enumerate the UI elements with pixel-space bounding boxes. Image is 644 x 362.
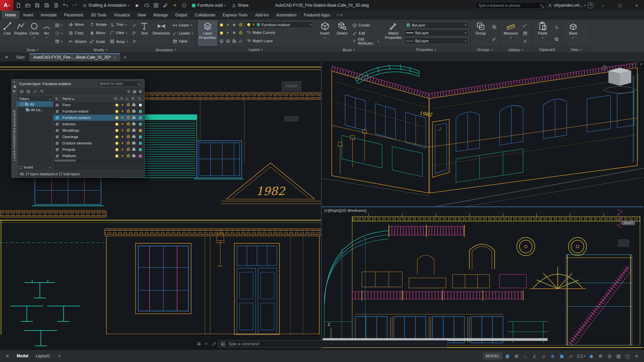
- doc-minimize-icon[interactable]: –: [631, 62, 633, 66]
- measure-button[interactable]: Measure▾: [501, 20, 520, 46]
- lock-icon[interactable]: [127, 136, 130, 138]
- plot-icon[interactable]: [132, 148, 136, 151]
- panel-label-view[interactable]: View▾: [562, 47, 590, 52]
- undo-icon[interactable]: [61, 1, 70, 9]
- layer-row[interactable]: Floor ☀: [53, 102, 144, 108]
- layer-row-selected[interactable]: ✓ Furniture-outdoor ☀: [53, 115, 144, 121]
- search-icon[interactable]: [540, 4, 543, 7]
- command-grid-icon[interactable]: ⊞: [196, 342, 202, 346]
- layer-freeze-icon[interactable]: ✻: [231, 22, 237, 28]
- layer-row[interactable]: Pergola ☀: [53, 146, 144, 153]
- annotation-visibility-button[interactable]: ◉: [587, 352, 595, 360]
- panel-label-block[interactable]: Block▾: [315, 47, 382, 52]
- bulb-icon[interactable]: [115, 110, 118, 113]
- grid-display-button[interactable]: ▦: [503, 352, 512, 360]
- sheet-set-icon[interactable]: [152, 1, 160, 9]
- linear-dimension-button[interactable]: Linear▾: [171, 21, 195, 29]
- color-swatch[interactable]: [139, 104, 142, 107]
- plot-icon[interactable]: [132, 142, 136, 144]
- annotation-scale-button[interactable]: 1:1▾: [576, 352, 586, 360]
- array-button[interactable]: Array▾: [109, 38, 129, 46]
- customization-button[interactable]: ≡: [633, 352, 641, 360]
- play-icon[interactable]: ▶: [133, 1, 142, 9]
- rectangle-flyout-icon[interactable]: ▾: [54, 21, 64, 29]
- leader-button[interactable]: Leader▾: [171, 29, 195, 37]
- tab-featured-apps[interactable]: Featured Apps: [300, 11, 334, 19]
- circle-button[interactable]: Circle▾: [29, 20, 40, 46]
- layer-unlock-icon[interactable]: [237, 30, 244, 36]
- refresh-icon[interactable]: ↻: [127, 89, 130, 94]
- layer-unisolate-icon[interactable]: ☀: [225, 30, 231, 36]
- group-edit-icon[interactable]: [491, 35, 498, 43]
- plot-icon[interactable]: [132, 104, 136, 106]
- bulb-icon[interactable]: [115, 142, 118, 145]
- application-menu-button[interactable]: A▾: [0, 0, 13, 11]
- fillet-button[interactable]: Fillet▾: [109, 29, 129, 37]
- linetype-dropdown[interactable]: ByLayer ▾: [404, 29, 468, 36]
- palette-properties-icon[interactable]: ⚙: [13, 89, 15, 93]
- color-swatch[interactable]: [139, 135, 142, 138]
- tab-annotate[interactable]: Annotate: [37, 11, 60, 19]
- object-snap-button[interactable]: ▣: [558, 352, 566, 360]
- layer-row[interactable]: Interiors ☀: [53, 121, 144, 127]
- plot-icon[interactable]: [132, 155, 136, 157]
- open-icon[interactable]: [23, 1, 32, 9]
- tab-home[interactable]: Home: [1, 11, 19, 19]
- transparency-button[interactable]: ▱: [567, 352, 575, 360]
- settings-icon[interactable]: ⚙: [139, 89, 142, 94]
- layer-row[interactable]: Openings ☀: [53, 134, 144, 140]
- lineweight-dropdown[interactable]: ByLayer ▾: [404, 38, 468, 44]
- ungroup-icon[interactable]: [491, 23, 498, 31]
- polyline-button[interactable]: Polyline: [14, 20, 27, 46]
- quick-select-icon[interactable]: [522, 21, 529, 29]
- layer-off-icon[interactable]: [218, 22, 224, 28]
- tab-3d-tools[interactable]: 3D Tools: [87, 11, 110, 19]
- insert-block-button[interactable]: Insert▾: [317, 20, 333, 46]
- rotate-button[interactable]: Rotate: [89, 20, 108, 28]
- cut-icon[interactable]: [553, 23, 560, 31]
- layer-vpfreeze-icon[interactable]: [225, 38, 231, 44]
- horizontal-scrollbar[interactable]: [53, 159, 144, 162]
- copy-clip-icon[interactable]: [553, 35, 560, 43]
- color-swatch[interactable]: [139, 148, 142, 151]
- make-current-button[interactable]: Make Current: [245, 28, 313, 37]
- viewport-label[interactable]: [+][Right][2D Wireframe]: [324, 208, 366, 213]
- color-swatch[interactable]: [139, 123, 142, 126]
- text-button[interactable]: Text: [137, 20, 151, 46]
- tab-output[interactable]: Output: [172, 11, 191, 19]
- delete-layer-icon[interactable]: [33, 89, 37, 94]
- ellipse-flyout-icon[interactable]: ▾: [54, 29, 64, 37]
- sun-icon[interactable]: ☀: [121, 129, 124, 132]
- tab-start[interactable]: Start: [12, 53, 29, 61]
- search-input[interactable]: Type a keyword or phrase: [475, 2, 546, 9]
- collapse-icon[interactable]: «: [49, 165, 51, 169]
- sun-icon[interactable]: ☀: [121, 141, 124, 145]
- paste-button[interactable]: Paste▾: [534, 20, 552, 46]
- clean-screen-button[interactable]: ▢: [624, 352, 632, 360]
- layout1-tab[interactable]: Layout1: [34, 353, 52, 359]
- bulb-icon[interactable]: [115, 123, 118, 126]
- base-button[interactable]: Base▾: [564, 20, 583, 46]
- visual-style-icon[interactable]: [180, 1, 189, 9]
- command-close-icon[interactable]: ×: [204, 342, 209, 346]
- lock-icon[interactable]: [127, 142, 130, 144]
- file-tabs-menu-icon[interactable]: ≡: [1, 53, 11, 61]
- line-button[interactable]: Line: [2, 20, 13, 46]
- stretch-button[interactable]: Stretch: [67, 38, 88, 46]
- new-layout-icon[interactable]: +: [55, 352, 63, 360]
- plot-icon[interactable]: [132, 129, 136, 132]
- plot-icon[interactable]: [132, 123, 136, 125]
- panel-label-draw[interactable]: Draw▾: [0, 47, 65, 52]
- lock-icon[interactable]: [127, 104, 130, 106]
- group-button[interactable]: Group: [472, 20, 489, 46]
- close-tab-icon[interactable]: ×: [114, 55, 116, 59]
- doc-restore-icon[interactable]: ▫: [636, 62, 637, 66]
- bulb-icon[interactable]: [115, 129, 118, 132]
- lock-icon[interactable]: [127, 129, 130, 132]
- quick-calc-icon[interactable]: [522, 29, 529, 37]
- tab-document[interactable]: AutoCAD-FY25_Fire-...-Book-Cafe_01_3D* ×: [29, 53, 120, 61]
- sun-icon[interactable]: ☀: [121, 122, 124, 126]
- panel-label-annotation[interactable]: Annotation▾: [136, 47, 196, 52]
- panel-label-clipboard[interactable]: Clipboard: [532, 47, 562, 52]
- sun-icon[interactable]: ☀: [121, 116, 124, 120]
